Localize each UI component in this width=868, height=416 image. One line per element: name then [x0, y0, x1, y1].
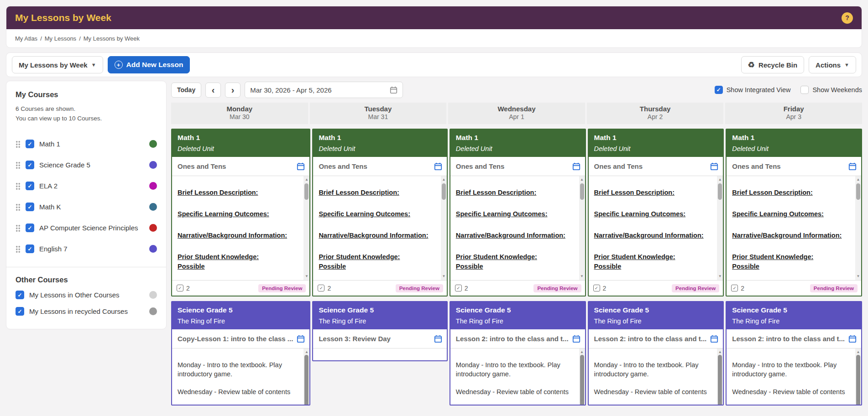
scrollbar[interactable]: ▲ ▼ [579, 176, 585, 280]
scroll-up-icon[interactable]: ▲ [717, 177, 723, 182]
show-weekends-toggle[interactable]: ✓ Show Weekends [800, 86, 862, 94]
lesson-field-link-line[interactable]: Narrative/Background Information: [456, 231, 565, 240]
scrollbar-thumb[interactable] [304, 183, 309, 200]
show-integrated-checkbox[interactable]: ✓ [715, 86, 723, 94]
scrollbar-thumb[interactable] [718, 183, 722, 200]
lesson-field-link[interactable]: Narrative/Background Information: [178, 231, 299, 240]
lesson-card[interactable]: Math 1 Deleted Unit Ones and Tens Brief … [726, 129, 862, 296]
show-weekends-checkbox[interactable]: ✓ [800, 86, 809, 94]
lesson-field-link[interactable]: Specific Learning Outcomes: [319, 209, 436, 219]
calendar-icon[interactable] [848, 162, 857, 171]
calendar-icon[interactable] [572, 335, 580, 343]
scrollbar[interactable]: ▲ ▼ [717, 348, 723, 405]
scrollbar[interactable]: ▲ ▼ [303, 348, 309, 405]
calendar-icon[interactable] [572, 162, 580, 171]
scroll-down-icon[interactable]: ▼ [717, 274, 723, 279]
view-selector-dropdown[interactable]: My Lessons by Week ▼ [12, 56, 103, 73]
scroll-down-icon[interactable]: ▼ [303, 274, 309, 279]
lesson-field-link-line[interactable]: Specific Learning Outcomes: [732, 209, 824, 219]
lesson-field-link[interactable]: Specific Learning Outcomes: [594, 209, 713, 219]
scrollbar[interactable]: ▲ ▼ [717, 176, 723, 280]
lesson-card[interactable]: Math 1 Deleted Unit Ones and Tens Brief … [312, 129, 447, 296]
lesson-field-link-line[interactable]: Narrative/Background Information: [319, 231, 428, 240]
scroll-up-icon[interactable]: ▲ [855, 350, 861, 354]
lesson-field-link[interactable]: Narrative/Background Information: [732, 231, 851, 240]
lesson-card[interactable]: Science Grade 5 The Ring of Fire Lesson … [726, 301, 862, 406]
breadcrumb-item[interactable]: My Lessons [45, 35, 76, 42]
course-checkbox[interactable]: ✓ [26, 244, 34, 253]
other-course-checkbox[interactable]: ✓ [16, 307, 24, 316]
drag-handle-icon[interactable] [16, 203, 21, 211]
lesson-title-row[interactable]: Ones and Tens [450, 157, 585, 176]
lesson-field-link[interactable]: Specific Learning Outcomes: [456, 209, 575, 219]
scrollbar-thumb[interactable] [580, 355, 584, 405]
breadcrumb-item[interactable]: My Lessons by Week [84, 35, 140, 42]
lesson-title-row[interactable]: Ones and Tens [727, 157, 861, 176]
lesson-field-link[interactable]: Brief Lesson Description: [732, 188, 851, 198]
calendar-icon[interactable] [434, 162, 442, 171]
scroll-down-icon[interactable]: ▼ [579, 399, 585, 403]
next-week-button[interactable]: › [225, 83, 241, 98]
lesson-card[interactable]: Science Grade 5 The Ring of Fire Lesson … [450, 301, 586, 406]
lesson-field-link[interactable]: Prior Student Knowledge:Possible [319, 252, 436, 271]
lesson-title-row[interactable]: Copy-Lesson 1: intro to the class ... [172, 329, 309, 348]
course-checkbox[interactable]: ✓ [26, 140, 34, 148]
lesson-field-link-line[interactable]: Prior Student Knowledge: [732, 252, 813, 262]
scrollbar[interactable]: ▲ ▼ [441, 176, 447, 280]
calendar-icon[interactable] [710, 162, 718, 171]
lesson-field-link-line[interactable]: Brief Lesson Description: [456, 188, 536, 198]
lesson-field-link-line[interactable]: Specific Learning Outcomes: [594, 209, 686, 219]
lesson-field-link[interactable]: Specific Learning Outcomes: [178, 209, 299, 219]
lesson-title-row[interactable]: Lesson 2: intro to the class and t... [589, 329, 723, 348]
lesson-field-link[interactable]: Prior Student Knowledge:Possible [456, 252, 575, 271]
scrollbar-thumb[interactable] [856, 183, 860, 200]
scroll-up-icon[interactable]: ▲ [855, 177, 861, 182]
lesson-field-link[interactable]: Narrative/Background Information: [319, 231, 436, 240]
lesson-field-link-line[interactable]: Narrative/Background Information: [732, 231, 842, 240]
lesson-field-link[interactable]: Prior Student Knowledge:Possible [732, 252, 851, 271]
calendar-icon[interactable] [297, 335, 305, 343]
lesson-field-link-line[interactable]: Brief Lesson Description: [178, 188, 258, 198]
scrollbar-thumb[interactable] [718, 355, 722, 405]
scroll-up-icon[interactable]: ▲ [717, 350, 723, 354]
lesson-field-link-line[interactable]: Brief Lesson Description: [319, 188, 399, 198]
recycle-bin-button[interactable]: ♻ Recycle Bin [741, 56, 804, 73]
calendar-icon[interactable] [434, 335, 442, 343]
course-checkbox[interactable]: ✓ [26, 203, 34, 211]
drag-handle-icon[interactable] [16, 161, 21, 169]
lesson-field-link[interactable]: Narrative/Background Information: [594, 231, 713, 240]
scroll-down-icon[interactable]: ▼ [855, 274, 861, 279]
lesson-field-link-line[interactable]: Prior Student Knowledge: [594, 252, 675, 262]
breadcrumb-item[interactable]: My Atlas [15, 35, 37, 42]
lesson-title-row[interactable]: Lesson 3: Review Day [313, 329, 446, 348]
lesson-card[interactable]: Science Grade 5 The Ring of Fire Lesson … [312, 301, 447, 361]
scrollbar[interactable]: ▲ ▼ [855, 348, 861, 405]
scrollbar-thumb[interactable] [442, 183, 446, 200]
lesson-field-link-line[interactable]: Possible [178, 262, 205, 271]
lesson-title-row[interactable]: Ones and Tens [313, 157, 446, 176]
help-icon[interactable]: ? [842, 12, 853, 24]
course-checkbox[interactable]: ✓ [26, 182, 34, 190]
scroll-up-icon[interactable]: ▲ [441, 177, 447, 182]
lesson-card[interactable]: Math 1 Deleted Unit Ones and Tens Brief … [450, 129, 586, 296]
lesson-field-link-line[interactable]: Possible [456, 262, 483, 271]
scroll-down-icon[interactable]: ▼ [303, 399, 309, 403]
show-integrated-view-toggle[interactable]: ✓ Show Integrated View [715, 86, 791, 94]
lesson-field-link-line[interactable]: Specific Learning Outcomes: [456, 209, 548, 219]
lesson-field-link-line[interactable]: Prior Student Knowledge: [178, 252, 259, 262]
drag-handle-icon[interactable] [16, 182, 21, 190]
lesson-card[interactable]: Math 1 Deleted Unit Ones and Tens Brief … [588, 129, 724, 296]
lesson-field-link-line[interactable]: Brief Lesson Description: [594, 188, 675, 198]
lesson-card[interactable]: Math 1 Deleted Unit Ones and Tens Brief … [171, 129, 310, 296]
course-checkbox[interactable]: ✓ [26, 161, 34, 169]
lesson-field-link[interactable]: Specific Learning Outcomes: [732, 209, 851, 219]
scrollbar[interactable]: ▲ ▼ [579, 348, 585, 405]
lesson-field-link-line[interactable]: Brief Lesson Description: [732, 188, 812, 198]
lesson-field-link-line[interactable]: Narrative/Background Information: [178, 231, 287, 240]
scroll-up-icon[interactable]: ▲ [303, 350, 309, 354]
add-new-lesson-button[interactable]: + Add New Lesson [108, 56, 190, 73]
breadcrumb[interactable]: My Atlas/My Lessons/My Lessons by Week [6, 29, 862, 47]
calendar-icon[interactable] [297, 162, 305, 171]
calendar-icon[interactable] [710, 335, 718, 343]
lesson-title-row[interactable]: Ones and Tens [589, 157, 723, 176]
